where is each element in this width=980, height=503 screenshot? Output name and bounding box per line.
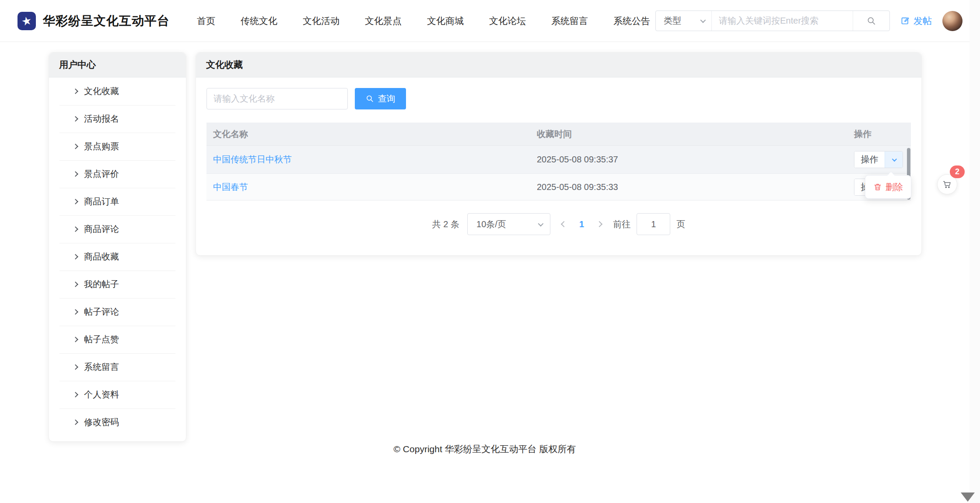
keyword-search-input[interactable] (712, 11, 853, 31)
sidebar-item-label: 活动报名 (84, 113, 119, 125)
chevron-right-icon (73, 116, 78, 122)
culture-name-link[interactable]: 中国春节 (213, 182, 248, 192)
chevron-right-icon (73, 199, 78, 204)
nav-item[interactable]: 系统公告 (613, 15, 650, 27)
action-dropdown-menu-delete[interactable]: 删除 (865, 175, 911, 199)
column-header-name: 文化名称 (206, 128, 530, 140)
footer-copyright: © Copyright 华彩纷呈文化互动平台 版权所有 (0, 443, 970, 455)
brand-logo[interactable]: ★ (18, 12, 36, 30)
header-search-group: 类型 (655, 11, 890, 31)
sidebar-item-label: 景点评价 (84, 168, 119, 180)
cart-icon (942, 179, 952, 190)
table-row: 中国传统节日中秋节 2025-05-08 09:35:37 操作 (206, 146, 911, 174)
collect-time-cell: 2025-05-08 09:35:33 (530, 182, 847, 192)
sidebar-item[interactable]: 活动报名 (49, 105, 186, 133)
search-icon (867, 16, 876, 26)
sidebar-item-label: 修改密码 (84, 416, 119, 428)
sidebar-item[interactable]: 商品收藏 (49, 243, 186, 271)
sidebar-item[interactable]: 修改密码 (49, 408, 186, 436)
sidebar-item[interactable]: 商品订单 (49, 188, 186, 215)
sidebar-item-label: 商品收藏 (84, 251, 119, 263)
create-post-label: 发帖 (914, 15, 932, 27)
sidebar-item-label: 景点购票 (84, 141, 119, 152)
navbar-right: 类型 发帖 (655, 11, 962, 31)
chevron-down-icon (892, 156, 897, 161)
sidebar-title: 用户中心 (49, 53, 186, 77)
cart-badge: 2 (950, 165, 965, 178)
trash-icon (873, 183, 882, 191)
next-page-button[interactable] (594, 215, 605, 233)
nav-item[interactable]: 文化景点 (365, 15, 402, 27)
nav-item[interactable]: 传统文化 (241, 15, 277, 27)
culture-name-input[interactable] (206, 88, 348, 109)
nav-item[interactable]: 文化论坛 (489, 15, 526, 27)
sidebar-item-label: 我的帖子 (84, 278, 119, 290)
current-page-number[interactable]: 1 (578, 219, 586, 229)
table-header: 文化名称 收藏时间 操作 (206, 123, 911, 146)
chevron-right-icon (73, 144, 78, 149)
nav-item[interactable]: 文化商城 (427, 15, 464, 27)
pagination: 共 2 条 10条/页 1 前往 页 (206, 213, 911, 235)
edit-icon (900, 16, 910, 25)
nav-item[interactable]: 系统留言 (551, 15, 588, 27)
sidebar-item[interactable]: 个人资料 (49, 381, 186, 408)
sidebar-item[interactable]: 景点购票 (49, 133, 186, 160)
action-dropdown-button[interactable]: 操作 (854, 151, 903, 168)
sidebar-menu: 文化收藏 活动报名 景点购票 景点评价 商品订单 (49, 77, 186, 436)
culture-name-link[interactable]: 中国传统节日中秋节 (213, 155, 292, 164)
culture-collection-panel: 文化收藏 查询 文化名称 收藏时间 操作 中 (196, 52, 922, 256)
page-scrollbar-track[interactable] (970, 0, 980, 503)
goto-page-input[interactable] (637, 213, 670, 235)
user-avatar[interactable] (942, 11, 962, 31)
collection-table: 文化名称 收藏时间 操作 中国传统节日中秋节 2025-05-08 09:35:… (206, 123, 911, 200)
goto-page-group: 前往 页 (613, 213, 685, 235)
prev-page-button[interactable] (558, 215, 570, 233)
sidebar-item[interactable]: 帖子点赞 (49, 326, 186, 353)
sidebar-item-label: 个人资料 (84, 389, 119, 401)
nav-item[interactable]: 文化活动 (303, 15, 340, 27)
sidebar-item[interactable]: 帖子评论 (49, 298, 186, 326)
panel-title: 文化收藏 (196, 53, 921, 77)
table-body: 中国传统节日中秋节 2025-05-08 09:35:37 操作 (206, 146, 911, 200)
nav-item[interactable]: 首页 (197, 15, 215, 27)
chevron-right-icon (73, 337, 78, 342)
main-nav: 首页 传统文化 文化活动 文化景点 文化商城 文化论坛 系统留言 系统公告 (197, 15, 650, 27)
table-row: 中国春节 2025-05-08 09:35:33 操作 (206, 174, 911, 200)
sidebar-item[interactable]: 景点评价 (49, 160, 186, 188)
sidebar-item[interactable]: 我的帖子 (49, 271, 186, 298)
type-select-label: 类型 (664, 15, 681, 27)
chevron-right-icon (596, 221, 602, 227)
sidebar-item[interactable]: 商品评论 (49, 215, 186, 243)
search-icon (366, 95, 374, 103)
goto-label: 前往 (613, 218, 630, 230)
create-post-button[interactable]: 发帖 (900, 15, 932, 27)
scroll-down-arrow[interactable] (961, 492, 975, 502)
sidebar-item-label: 文化收藏 (84, 85, 119, 97)
sidebar-item-label: 商品评论 (84, 223, 119, 235)
cart-float-button[interactable]: 2 (937, 174, 957, 194)
chevron-right-icon (73, 226, 78, 232)
search-submit-button[interactable] (853, 11, 889, 31)
sidebar-item-label: 帖子点赞 (84, 334, 119, 345)
chevron-right-icon (73, 392, 78, 397)
delete-menu-label: 删除 (886, 181, 903, 193)
sidebar-item-label: 帖子评论 (84, 306, 119, 318)
chevron-right-icon (73, 171, 78, 177)
filter-row: 查询 (206, 88, 911, 109)
sidebar-item[interactable]: 文化收藏 (49, 77, 186, 105)
user-center-sidebar: 用户中心 文化收藏 活动报名 景点购票 景点评价 (49, 52, 186, 442)
sidebar-item[interactable]: 系统留言 (49, 353, 186, 381)
pagination-total: 共 2 条 (432, 218, 459, 230)
page-size-select[interactable]: 10条/页 (467, 213, 550, 235)
brand-title[interactable]: 华彩纷呈文化互动平台 (43, 13, 170, 29)
collect-time-cell: 2025-05-08 09:35:37 (530, 155, 847, 165)
query-button-label: 查询 (378, 93, 396, 105)
action-button-label: 操作 (854, 151, 885, 168)
column-header-time: 收藏时间 (530, 128, 847, 140)
top-navbar: ★ 华彩纷呈文化互动平台 首页 传统文化 文化活动 文化景点 文化商城 文化论坛… (0, 0, 980, 42)
query-button[interactable]: 查询 (355, 88, 406, 109)
chevron-down-icon (700, 18, 706, 23)
panel-body: 查询 文化名称 收藏时间 操作 中国传统节日中秋节 2025-05-08 09:… (196, 77, 921, 255)
chevron-right-icon (73, 281, 78, 287)
type-select[interactable]: 类型 (656, 11, 712, 31)
